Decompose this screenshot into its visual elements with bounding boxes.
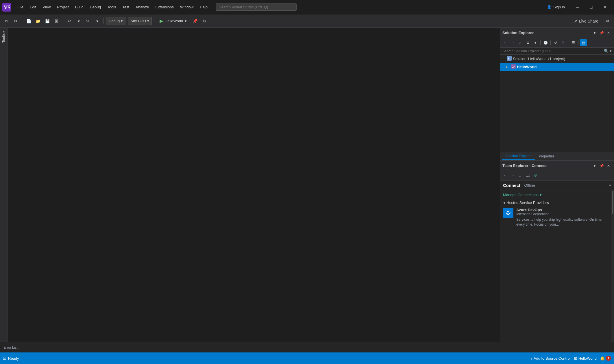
tree-solution-node[interactable]: S Solution 'HelloWorld' (1 project) xyxy=(500,55,614,63)
tab-properties[interactable]: Properties xyxy=(535,153,558,159)
menu-bar: File Edit View Project Build Debug Tools… xyxy=(14,4,210,10)
search-input[interactable] xyxy=(216,3,297,11)
error-list-bar[interactable]: Error List xyxy=(0,342,614,352)
sol-dock-button[interactable]: 📌 xyxy=(598,30,605,36)
redo-button[interactable]: ↪ xyxy=(84,17,92,25)
sol-properties-button[interactable]: ☰ xyxy=(570,39,577,46)
sol-close-button[interactable]: ✕ xyxy=(605,30,612,36)
run-button[interactable]: ▶ HelloWorld ▾ xyxy=(157,17,190,25)
sol-refresh-button[interactable]: ↺ xyxy=(552,39,559,46)
te-toolbar: ← → ⌂ ⎇ ↺ xyxy=(500,171,614,181)
toolbar-settings-button[interactable]: ⚙ xyxy=(200,17,208,25)
hosted-section-label: Hosted Service Providers xyxy=(506,200,549,205)
notification-bell-icon: 🔔 xyxy=(600,356,605,361)
toolbar: ↺ ↻ 📄 📁 💾 🗄 ↩ ▾ ↪ ▾ Debug ▾ Any CPU ▾ ▶ … xyxy=(0,14,614,28)
te-pin-dropdown[interactable]: ▾ xyxy=(591,163,598,169)
vs-logo: VS xyxy=(2,3,11,12)
save-all-button[interactable]: 🗄 xyxy=(52,17,60,25)
error-list-label: Error List xyxy=(3,346,18,350)
te-manage-connections-button[interactable]: Manage Connections ▾ xyxy=(503,193,608,197)
te-refresh-button[interactable]: ↺ xyxy=(532,172,539,179)
menu-file[interactable]: File xyxy=(14,4,26,10)
save-button[interactable]: 💾 xyxy=(43,17,51,25)
ready-label: Ready xyxy=(8,356,19,361)
sol-preview-button[interactable]: ▤ xyxy=(580,39,587,46)
project-status-item[interactable]: ⊞ HelloWorld xyxy=(574,356,597,361)
open-button[interactable]: 📁 xyxy=(34,17,42,25)
sol-search-input[interactable] xyxy=(502,49,604,53)
te-connect-header[interactable]: Connect | Offline ▾ xyxy=(500,181,614,190)
te-scrollbar[interactable] xyxy=(611,190,614,342)
sol-collapse-button[interactable]: ⊟ xyxy=(560,39,567,46)
redo-dropdown[interactable]: ▾ xyxy=(93,17,101,25)
te-separator: | xyxy=(521,183,522,187)
sol-search-icon[interactable]: 🔍 xyxy=(604,49,609,53)
menu-window[interactable]: Window xyxy=(177,4,196,10)
tab-solution-explorer[interactable]: Solution Explorer xyxy=(502,153,535,160)
menu-extensions[interactable]: Extensions xyxy=(152,4,177,10)
sol-filter-icon[interactable]: ▾ xyxy=(610,49,612,53)
menu-tools[interactable]: Tools xyxy=(104,4,119,10)
azure-devops-description: Services to help you ship high quality s… xyxy=(516,217,608,227)
run-label: HelloWorld xyxy=(165,19,183,23)
te-back-button[interactable]: ← xyxy=(502,172,509,179)
toolbar-pin-button[interactable]: 📌 xyxy=(191,17,199,25)
menu-test[interactable]: Test xyxy=(119,4,132,10)
status-ready: ☑ Ready xyxy=(3,356,19,361)
menu-help[interactable]: Help xyxy=(197,4,210,10)
platform-config-arrow: ▾ xyxy=(147,19,149,23)
platform-config-dropdown[interactable]: Any CPU ▾ xyxy=(128,17,151,25)
menu-debug[interactable]: Debug xyxy=(87,4,104,10)
menu-edit[interactable]: Edit xyxy=(27,4,39,10)
toolbox-label[interactable]: Toolbox xyxy=(2,31,6,42)
sol-back-button[interactable]: ← xyxy=(502,39,509,46)
te-branches-button[interactable]: ⎇ xyxy=(524,172,531,179)
close-button[interactable]: ✕ xyxy=(598,3,612,12)
te-connect-dropdown-arrow[interactable]: ▾ xyxy=(609,183,611,187)
solution-explorer-controls: ▾ 📌 ✕ xyxy=(591,30,612,36)
te-fwd-button[interactable]: → xyxy=(509,172,516,179)
solution-label: Solution 'HelloWorld' (1 project) xyxy=(513,57,565,61)
menu-view[interactable]: View xyxy=(40,4,53,10)
undo-button[interactable]: ↩ xyxy=(65,17,73,25)
sol-sync-button[interactable]: ⚙ xyxy=(524,39,531,46)
te-home-button[interactable]: ⌂ xyxy=(517,172,524,179)
notification-item[interactable]: 🔔 1 xyxy=(600,356,611,361)
azure-devops-item[interactable]: Azure DevOps Microsoft Corporation Servi… xyxy=(503,208,608,227)
sol-toolbar: ← → ⌂ ⚙ ▾ 🕐 ↺ ⊟ ☰ ▤ xyxy=(500,38,614,48)
source-control-button[interactable]: ↑ Add to Source Control xyxy=(530,356,570,361)
menu-build[interactable]: Build xyxy=(72,4,86,10)
back-button[interactable]: ↺ xyxy=(2,17,10,25)
sol-history-button[interactable]: 🕐 xyxy=(542,39,549,46)
sol-sync-dropdown[interactable]: ▾ xyxy=(532,39,539,46)
title-bar-right: 👤 Sign in ─ □ ✕ xyxy=(545,3,612,12)
manage-connections-arrow: ▾ xyxy=(540,193,542,197)
maximize-button[interactable]: □ xyxy=(585,3,598,12)
sign-in-button[interactable]: 👤 Sign in xyxy=(545,4,567,10)
toolbox-sidebar[interactable]: Toolbox xyxy=(0,28,8,342)
menu-analyze[interactable]: Analyze xyxy=(133,4,152,10)
error-badge: 1 xyxy=(606,356,611,361)
sol-pin-button[interactable]: ▾ xyxy=(591,30,598,36)
menu-project[interactable]: Project xyxy=(54,4,71,10)
new-file-button[interactable]: 📄 xyxy=(25,17,33,25)
toolbar-extra-button[interactable]: ⧉ xyxy=(604,17,612,25)
sol-fwd-button[interactable]: → xyxy=(509,39,516,46)
tree-project-node[interactable]: ▶ C# HelloWorld xyxy=(500,63,614,71)
te-pin-button[interactable]: 📌 xyxy=(598,163,605,169)
play-icon: ▶ xyxy=(160,18,163,24)
undo-dropdown[interactable]: ▾ xyxy=(75,17,83,25)
debug-config-dropdown[interactable]: Debug ▾ xyxy=(106,17,125,25)
te-hosted-services-header[interactable]: ◀ Hosted Service Providers xyxy=(503,200,608,205)
team-explorer-controls: ▾ 📌 ✕ xyxy=(591,163,612,169)
te-close-button[interactable]: ✕ xyxy=(605,163,612,169)
forward-button[interactable]: ↻ xyxy=(12,17,20,25)
project-status-label: HelloWorld xyxy=(578,356,597,361)
debug-config-arrow: ▾ xyxy=(121,19,123,23)
status-bar: ☑ Ready ↑ Add to Source Control ⊞ HelloW… xyxy=(0,352,614,364)
minimize-button[interactable]: ─ xyxy=(571,3,584,12)
live-share-button[interactable]: ↗ Live Share xyxy=(571,18,601,25)
sol-home-button[interactable]: ⌂ xyxy=(517,39,524,46)
solution-explorer-header: Solution Explorer ▾ 📌 ✕ xyxy=(500,28,614,38)
toolbar-sep-1 xyxy=(22,18,22,24)
